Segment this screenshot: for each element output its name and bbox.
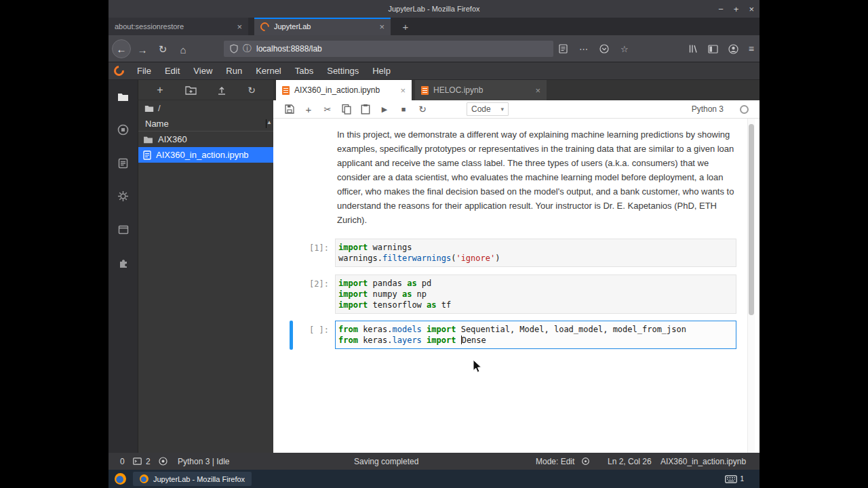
taskbar-window-button[interactable]: JupyterLab - Mozilla Firefox <box>133 472 252 486</box>
kernel-name[interactable]: Python 3 <box>692 104 724 114</box>
firefox-launcher-icon[interactable] <box>115 473 126 485</box>
keyboard-layout-icon[interactable] <box>725 475 737 483</box>
minimize-button[interactable]: − <box>718 4 724 14</box>
jupyterlab-menubar: FileEditViewRunKernelTabsSettingsHelp <box>108 62 760 80</box>
extension-manager-icon[interactable] <box>108 246 138 279</box>
cut-cell-icon[interactable]: ✂ <box>323 104 332 115</box>
menu-item-help[interactable]: Help <box>366 62 397 80</box>
menu-icon[interactable]: ≡ <box>749 43 754 54</box>
add-cell-icon[interactable]: + <box>304 104 313 115</box>
new-launcher-button[interactable]: + <box>155 85 165 96</box>
info-icon[interactable]: ⓘ <box>243 43 252 55</box>
code-line[interactable]: from keras.models import Sequential, Mod… <box>338 324 733 335</box>
code-cell-2[interactable]: [2]: import pandas as pdimport numpy as … <box>273 274 760 314</box>
markdown-cell[interactable]: In this project, we demonstrate a differ… <box>337 127 738 227</box>
code-line[interactable]: import pandas as pd <box>338 278 733 289</box>
forward-button[interactable]: → <box>134 42 151 57</box>
code-cell-1[interactable]: [1]: import warningswarnings.filterwarni… <box>273 239 760 268</box>
edit-mode-indicator[interactable]: Mode: Edit <box>536 453 574 470</box>
tab-label: JupyterLab <box>274 22 374 30</box>
save-icon[interactable] <box>285 104 294 115</box>
notebook-file-icon <box>143 150 151 160</box>
code-line[interactable]: warnings.filterwarnings('ignore') <box>338 253 733 264</box>
menu-item-run[interactable]: Run <box>219 62 249 80</box>
jupyter-favicon <box>258 20 271 33</box>
menu-item-tabs[interactable]: Tabs <box>288 62 320 80</box>
scrollbar[interactable] <box>747 119 755 453</box>
file-row-aix360[interactable]: AIX360 <box>138 131 273 147</box>
property-inspector-icon[interactable] <box>108 180 138 213</box>
input-prompt: [1]: <box>292 243 329 253</box>
doc-tab-aix360[interactable]: AIX360_in_action.ipynb × <box>276 80 412 100</box>
refresh-button[interactable]: ↻ <box>247 85 256 96</box>
running-sessions-icon[interactable] <box>108 113 138 146</box>
scrollbar-thumb[interactable] <box>749 124 754 315</box>
reader-view-icon[interactable] <box>559 44 568 54</box>
sidebars-icon[interactable] <box>708 45 718 54</box>
interrupt-kernel-icon[interactable]: ■ <box>399 104 408 115</box>
menu-item-settings[interactable]: Settings <box>320 62 366 80</box>
menu-item-kernel[interactable]: Kernel <box>249 62 288 80</box>
open-tabs-icon[interactable] <box>108 213 138 246</box>
input-prompt: [ ]: <box>292 325 329 336</box>
library-icon[interactable] <box>688 44 698 54</box>
kernel-sessions-icon[interactable] <box>159 457 167 466</box>
upload-button[interactable] <box>217 85 226 95</box>
file-browser-icon[interactable] <box>108 80 138 113</box>
jupyterlab-app: FileEditViewRunKernelTabsSettingsHelp <box>108 62 760 453</box>
restart-kernel-icon[interactable]: ↻ <box>418 104 427 115</box>
pocket-icon[interactable] <box>599 44 609 54</box>
breadcrumb[interactable]: / <box>138 100 273 116</box>
name-column-header[interactable]: Name ▲ <box>138 116 273 131</box>
doc-tab-heloc[interactable]: HELOC.ipynb × <box>415 80 547 100</box>
run-cell-icon[interactable]: ▶ <box>380 104 389 115</box>
paste-cell-icon[interactable] <box>361 104 370 115</box>
code-line[interactable]: import numpy as np <box>338 289 733 300</box>
code-editor-active[interactable]: from keras.models import Sequential, Mod… <box>335 321 736 349</box>
browser-navbar: ← → ↻ ⌂ ⓘ localhost:8888/lab ⋯ ☆ <box>108 35 760 62</box>
cursor-position[interactable]: Ln 2, Col 26 <box>608 453 652 470</box>
account-icon[interactable] <box>728 44 738 54</box>
doc-tab-label: AIX360_in_action.ipynb <box>294 85 380 95</box>
terminal-icon[interactable] <box>133 458 142 465</box>
close-button[interactable]: × <box>749 4 754 14</box>
menu-item-edit[interactable]: Edit <box>158 62 186 80</box>
tab-label: about:sessionrestore <box>115 22 232 30</box>
statusbar-filename: AIX360_in_action.ipynb <box>660 453 746 470</box>
doc-tab-close-icon[interactable]: × <box>400 85 406 96</box>
code-line[interactable]: import warnings <box>338 242 733 253</box>
code-cell-3-active[interactable]: [ ]: from keras.models import Sequential… <box>273 321 760 350</box>
menu-item-view[interactable]: View <box>186 62 219 80</box>
cell-type-dropdown[interactable]: Code ▾ <box>467 102 509 116</box>
code-line[interactable]: import tensorflow as tf <box>338 300 733 310</box>
menu-item-file[interactable]: File <box>130 62 158 80</box>
browser-tabstrip: about:sessionrestore × JupyterLab × + <box>108 18 760 35</box>
desktop-taskbar: JupyterLab - Mozilla Firefox 1 <box>108 470 760 488</box>
copy-cell-icon[interactable] <box>342 104 351 115</box>
tab-close-icon[interactable]: × <box>379 22 384 32</box>
tab-close-icon[interactable]: × <box>237 22 242 32</box>
browser-tab-sessionrestore[interactable]: about:sessionrestore × <box>108 18 248 35</box>
back-button[interactable]: ← <box>112 39 131 58</box>
new-folder-button[interactable] <box>185 85 197 95</box>
file-name: AIX360 <box>158 134 187 144</box>
url-text[interactable]: localhost:8888/lab <box>256 44 322 54</box>
command-palette-icon[interactable] <box>108 146 138 180</box>
url-bar[interactable]: ⓘ localhost:8888/lab <box>224 41 553 57</box>
doc-tab-close-icon[interactable]: × <box>535 85 540 96</box>
kernel-status-text[interactable]: Python 3 | Idle <box>178 453 230 470</box>
save-status-message: Saving completed <box>354 453 418 470</box>
chevron-down-icon: ▾ <box>500 106 504 113</box>
code-line[interactable]: from keras.layers import Dense <box>338 335 733 346</box>
new-tab-button[interactable]: + <box>396 18 415 35</box>
status-gear-icon[interactable] <box>581 457 590 466</box>
code-editor[interactable]: import pandas as pdimport numpy as npimp… <box>335 274 736 314</box>
reload-button[interactable]: ↻ <box>155 42 171 57</box>
page-actions-icon[interactable]: ⋯ <box>579 44 588 54</box>
file-row-notebook[interactable]: AIX360_in_action.ipynb <box>138 147 273 163</box>
bookmark-star-icon[interactable]: ☆ <box>620 44 629 54</box>
maximize-button[interactable]: + <box>734 4 739 14</box>
browser-tab-jupyterlab[interactable]: JupyterLab × <box>254 18 391 35</box>
code-editor[interactable]: import warningswarnings.filterwarnings('… <box>335 239 736 267</box>
home-button[interactable]: ⌂ <box>175 42 191 57</box>
